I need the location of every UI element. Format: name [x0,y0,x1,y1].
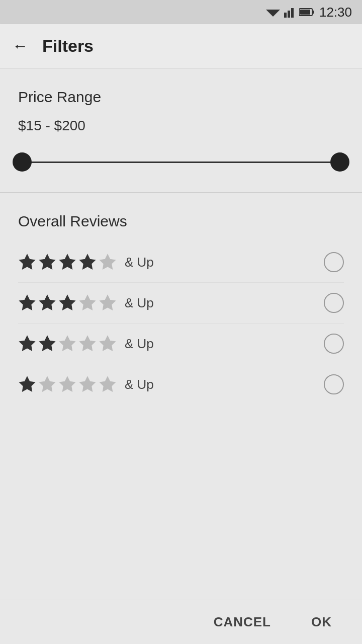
svg-marker-20 [80,336,95,351]
star-3-empty [58,375,76,393]
cancel-button[interactable]: CANCEL [204,609,281,635]
star-1 [18,253,36,271]
svg-rect-2 [288,11,290,18]
review-row-2stars[interactable]: & Up [18,324,344,364]
overall-reviews-title: Overall Reviews [18,213,344,230]
status-time: 12:30 [319,5,352,20]
svg-marker-26 [100,377,115,391]
and-up-3: & Up [125,295,154,311]
svg-marker-8 [40,255,55,269]
svg-marker-12 [20,295,35,310]
svg-marker-21 [100,336,115,351]
stars-label-4: & Up [18,253,154,271]
battery-icon [299,8,314,17]
svg-marker-7 [20,255,35,269]
star-5-empty [99,335,117,353]
svg-rect-6 [300,10,310,15]
price-range-section: Price Range $15 - $200 [0,68,362,192]
svg-marker-9 [60,255,75,269]
bottom-action-bar: CANCEL OK [0,600,362,644]
star-1 [18,294,36,312]
app-bar: ← Filters [0,24,362,68]
svg-rect-3 [291,8,294,18]
svg-marker-14 [60,295,75,310]
overall-reviews-section: Overall Reviews [0,193,362,423]
price-range-value: $15 - $200 [18,118,344,134]
filters-content: Price Range $15 - $200 Overall Reviews [0,68,362,473]
and-up-2: & Up [125,336,154,352]
back-button[interactable]: ← [12,37,28,55]
svg-marker-25 [80,377,95,391]
review-row-3stars[interactable]: & Up [18,283,344,324]
range-thumb-left[interactable] [13,152,32,172]
stars-2 [18,335,117,353]
review-row-4stars[interactable]: & Up [18,242,344,283]
star-4-empty [78,375,97,393]
svg-marker-0 [266,10,280,17]
status-bar: 12:30 [0,0,362,24]
star-3-empty [58,335,76,353]
star-3 [58,253,76,271]
star-5-empty [99,375,117,393]
stars-3 [18,294,117,312]
price-range-slider[interactable] [22,150,340,174]
and-up-1: & Up [125,377,154,392]
bottom-spacer [0,423,362,473]
svg-rect-1 [284,13,287,18]
stars-label-3: & Up [18,294,154,312]
star-2-empty [38,375,56,393]
star-1 [18,335,36,353]
radio-4stars[interactable] [324,252,344,272]
star-1 [18,375,36,393]
star-4-empty [78,335,97,353]
page-title: Filters [42,36,94,56]
star-5-empty [99,253,117,271]
range-thumb-right[interactable] [330,152,349,172]
star-4 [78,253,97,271]
svg-marker-18 [40,336,55,351]
svg-marker-22 [20,377,35,391]
stars-label-2: & Up [18,335,154,353]
svg-marker-16 [100,295,115,310]
star-5-empty [99,294,117,312]
signal-icon [284,7,295,18]
star-3 [58,294,76,312]
svg-marker-24 [60,377,75,391]
star-4-empty [78,294,97,312]
radio-2stars[interactable] [324,334,344,354]
radio-3stars[interactable] [324,293,344,313]
range-track [22,162,340,163]
svg-marker-11 [100,255,115,269]
stars-4 [18,253,117,271]
status-icons [266,7,314,18]
radio-1star[interactable] [324,374,344,394]
review-row-1star[interactable]: & Up [18,364,344,405]
svg-rect-5 [312,11,314,14]
svg-marker-13 [40,295,55,310]
wifi-icon [266,7,280,18]
and-up-4: & Up [125,255,154,270]
svg-marker-23 [40,377,55,391]
svg-marker-10 [80,255,95,269]
svg-marker-15 [80,295,95,310]
star-2 [38,253,56,271]
ok-button[interactable]: OK [301,609,342,635]
svg-marker-19 [60,336,75,351]
stars-1 [18,375,117,393]
stars-label-1: & Up [18,375,154,393]
star-2 [38,294,56,312]
svg-marker-17 [20,336,35,351]
price-range-title: Price Range [18,89,344,106]
star-2 [38,335,56,353]
